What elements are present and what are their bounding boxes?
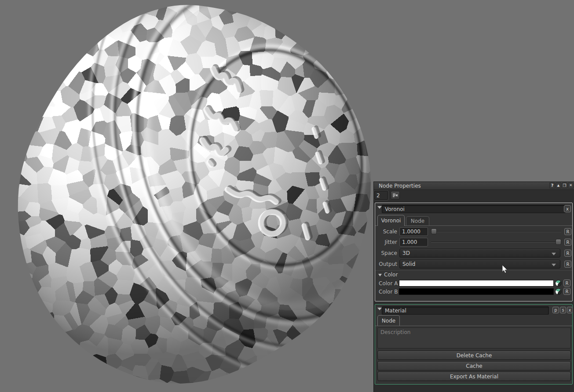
help-icon[interactable]: ?	[549, 182, 555, 189]
tab-node[interactable]: Node	[406, 216, 429, 226]
restore-icon[interactable]: ❐	[562, 182, 567, 189]
output-dropdown[interactable]: Solid	[399, 260, 560, 269]
slider-track	[431, 231, 561, 232]
collapse-triangle-icon[interactable]	[378, 274, 382, 276]
description-textarea[interactable]	[377, 327, 571, 348]
color-b-label: Color B	[379, 289, 398, 295]
color-a-label: Color A	[379, 280, 398, 287]
delete-cache-button[interactable]: Delete Cache	[377, 351, 571, 360]
voronoi-node-group: Voronoi x Voronoi Node Scale R Jitter	[375, 203, 573, 301]
space-label: Space	[375, 250, 397, 256]
space-value: 3D	[402, 250, 410, 256]
slider-track	[431, 242, 561, 243]
jitter-input[interactable]	[399, 238, 428, 247]
jitter-slider[interactable]	[431, 238, 561, 247]
titlebar-icons: ? ▲ ❐ ✕	[549, 182, 574, 189]
cache-button[interactable]: Cache	[377, 361, 571, 370]
edit-list-icon	[392, 193, 398, 198]
close-icon[interactable]: ✕	[568, 182, 574, 189]
3d-viewport[interactable]	[0, 0, 374, 392]
remove-node-button[interactable]: x	[564, 205, 571, 212]
panel-titlebar[interactable]: Node Properties ? ▲ ❐ ✕	[374, 182, 574, 190]
application-window: Node Properties ? ▲ ❐ ✕ Voronoi x	[0, 0, 574, 392]
tab-material-node[interactable]: Node	[377, 315, 400, 326]
selection-count-input[interactable]	[374, 191, 388, 200]
scale-slider[interactable]	[431, 227, 561, 236]
chevron-down-icon	[552, 264, 556, 266]
scale-label: Scale	[375, 229, 397, 235]
pin-icon[interactable]: ▲	[556, 182, 561, 189]
color-picker-ball-icon[interactable]	[555, 280, 562, 287]
material-p-button[interactable]: p	[552, 307, 559, 313]
collapse-triangle-icon[interactable]	[377, 308, 382, 310]
jitter-reset-button[interactable]: R	[564, 239, 571, 246]
color-b-reset-button[interactable]: R	[563, 288, 570, 295]
jitter-label: Jitter	[375, 239, 397, 245]
space-dropdown[interactable]: 3D	[399, 249, 560, 258]
panel-toolbar	[374, 190, 574, 203]
material-node-group: Material p s x Node Delete Cache Cache E…	[375, 304, 573, 385]
scale-input[interactable]	[399, 227, 428, 236]
output-reset-button[interactable]: R	[564, 261, 571, 268]
color-section-label: Color	[384, 272, 398, 278]
scale-reset-button[interactable]: R	[564, 228, 571, 235]
color-picker-ball-icon[interactable]	[555, 288, 562, 295]
chevron-down-icon	[552, 253, 556, 255]
panel-title: Node Properties	[379, 183, 421, 189]
collapse-triangle-icon[interactable]	[377, 206, 382, 209]
material-name-field[interactable]: Material	[382, 306, 549, 315]
output-value: Solid	[402, 261, 415, 267]
output-label: Output	[375, 261, 397, 267]
color-b-swatch[interactable]	[399, 288, 554, 295]
voronoi-name-field[interactable]: Voronoi	[382, 205, 566, 213]
node-properties-panel: Node Properties ? ▲ ❐ ✕ Voronoi x	[373, 181, 574, 392]
section-divider	[375, 270, 572, 271]
export-as-material-button[interactable]: Export As Material	[377, 372, 571, 381]
tab-voronoi[interactable]: Voronoi	[377, 215, 405, 226]
slider-handle[interactable]	[431, 229, 437, 234]
material-x-button[interactable]: x	[567, 307, 573, 313]
space-reset-button[interactable]: R	[564, 250, 571, 257]
material-s-button[interactable]: s	[560, 307, 566, 313]
edit-list-button[interactable]	[391, 191, 400, 200]
color-a-reset-button[interactable]: R	[563, 279, 570, 287]
slider-handle[interactable]	[556, 239, 561, 245]
color-a-swatch[interactable]	[399, 280, 554, 287]
